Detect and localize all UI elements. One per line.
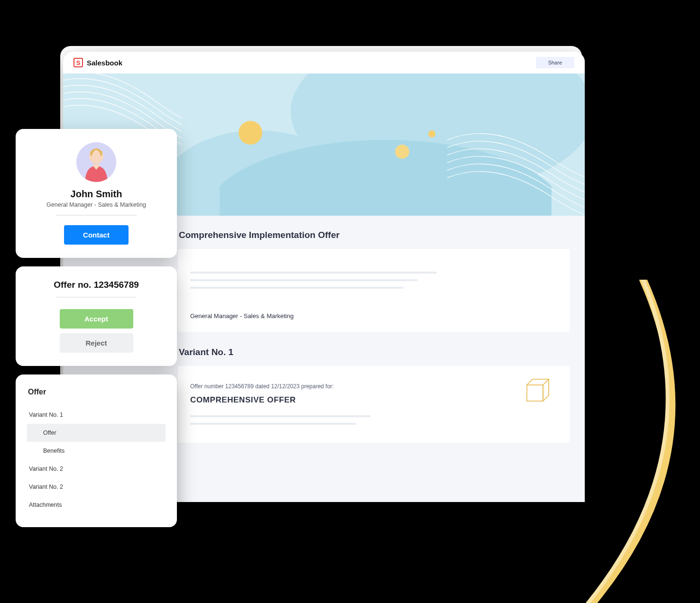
offer-number-heading: Offer no. 123456789 xyxy=(27,280,166,290)
nav-item-attachments[interactable]: Attachments xyxy=(27,496,166,514)
brand-logo-icon: S xyxy=(74,58,83,67)
offer-title: COMPREHENSIVE OFFER xyxy=(190,395,557,405)
side-panel-stack: John Smith General Manager - Sales & Mar… xyxy=(16,129,177,527)
section-title-variant: Variant No. 1 xyxy=(179,347,569,357)
cube-icon xyxy=(523,377,550,404)
nav-title: Offer xyxy=(28,388,166,396)
offer-meta-line: Offer number 123456789 dated 12/12/2023 … xyxy=(190,383,557,390)
text-placeholder xyxy=(190,287,404,289)
brand-name: Salesbook xyxy=(87,59,122,67)
avatar xyxy=(76,142,116,182)
reject-button[interactable]: Reject xyxy=(60,333,133,353)
accept-button[interactable]: Accept xyxy=(60,309,133,329)
profile-panel: John Smith General Manager - Sales & Mar… xyxy=(16,129,177,258)
brand: S Salesbook xyxy=(74,58,122,67)
nav-item-offer[interactable]: Offer xyxy=(27,424,166,442)
offer-author-role: General Manager - Sales & Marketing xyxy=(190,312,557,320)
profile-role: General Manager - Sales & Marketing xyxy=(27,201,166,208)
nav-item-benefits[interactable]: Benefits xyxy=(27,442,166,460)
svg-rect-3 xyxy=(527,385,543,401)
variant-card: Offer number 123456789 dated 12/12/2023 … xyxy=(178,366,570,443)
profile-name: John Smith xyxy=(27,189,166,200)
nav-item-variant-1[interactable]: Variant No. 1 xyxy=(27,406,166,424)
nav-panel: Offer Variant No. 1 Offer Benefits Varia… xyxy=(16,375,177,527)
text-placeholder xyxy=(190,415,370,417)
offer-action-panel: Offer no. 123456789 Accept Reject xyxy=(16,266,177,366)
topbar: S Salesbook Share xyxy=(63,52,585,73)
contact-button[interactable]: Contact xyxy=(64,225,129,245)
nav-item-variant-2a[interactable]: Variant No. 2 xyxy=(27,460,166,478)
divider xyxy=(56,297,137,298)
share-button[interactable]: Share xyxy=(536,57,574,68)
text-placeholder xyxy=(190,272,437,274)
nav-item-variant-2b[interactable]: Variant No. 2 xyxy=(27,478,166,496)
section-title-offer: Comprehensive Implementation Offer xyxy=(179,230,569,240)
divider xyxy=(56,215,137,216)
text-placeholder xyxy=(190,279,418,281)
offer-summary-card: General Manager - Sales & Marketing xyxy=(178,249,570,332)
text-placeholder xyxy=(190,423,356,425)
